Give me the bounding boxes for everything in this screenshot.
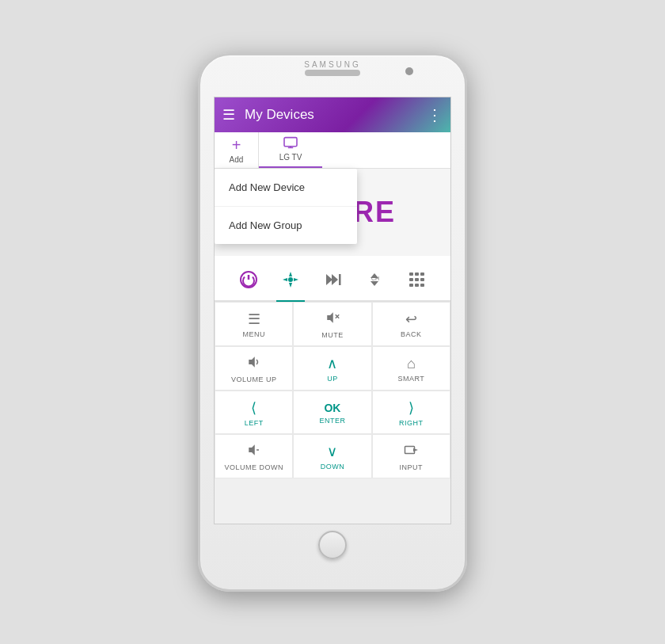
fastforward-button[interactable] bbox=[318, 265, 347, 294]
volume-up-label: VOLUME UP bbox=[231, 375, 277, 383]
smart-label: SMART bbox=[397, 375, 424, 383]
svg-marker-33 bbox=[249, 444, 255, 455]
left-label: LEFT bbox=[245, 419, 264, 427]
smart-button[interactable]: ⌂ SMART bbox=[372, 346, 450, 391]
right-label: RIGHT bbox=[399, 419, 424, 427]
dpad-button[interactable] bbox=[276, 265, 305, 294]
up-button[interactable]: ∧ UP bbox=[293, 346, 371, 391]
input-label: INPUT bbox=[400, 463, 424, 471]
phone-camera bbox=[405, 67, 413, 75]
back-label: BACK bbox=[401, 330, 422, 338]
menu-icon: ☰ bbox=[248, 311, 260, 328]
svg-rect-23 bbox=[409, 278, 413, 281]
svg-marker-9 bbox=[289, 272, 292, 276]
app-title: My Devices bbox=[245, 107, 427, 123]
svg-rect-20 bbox=[409, 272, 413, 276]
phone-screen: ☰ My Devices ⋮ + Add LG TV bbox=[214, 97, 451, 524]
add-tab-label: Add bbox=[230, 155, 244, 164]
volume-up-button[interactable]: VOLUME UP bbox=[215, 346, 293, 391]
phone-speaker bbox=[305, 70, 360, 76]
down-button[interactable]: ∨ DOWN bbox=[293, 434, 371, 478]
enter-button[interactable]: OK ENTER bbox=[293, 391, 371, 434]
right-button[interactable]: ⟩ RIGHT bbox=[372, 391, 450, 434]
svg-marker-29 bbox=[327, 312, 333, 323]
hamburger-menu-icon[interactable]: ☰ bbox=[222, 106, 235, 124]
mute-icon bbox=[325, 311, 340, 329]
svg-marker-18 bbox=[370, 281, 378, 286]
lgtv-tab-label: LG TV bbox=[279, 153, 302, 162]
add-new-device-item[interactable]: Add New Device bbox=[215, 169, 357, 207]
svg-rect-25 bbox=[420, 278, 424, 281]
svg-marker-12 bbox=[294, 278, 298, 281]
svg-point-13 bbox=[288, 277, 293, 282]
volume-up-icon bbox=[247, 355, 261, 373]
svg-marker-15 bbox=[332, 274, 338, 285]
add-new-group-item[interactable]: Add New Group bbox=[215, 207, 357, 244]
svg-marker-32 bbox=[249, 356, 255, 368]
channel-button[interactable]: CH bbox=[360, 265, 389, 294]
remote-button-grid: ☰ MENU MUTE ↩ BACK bbox=[215, 302, 450, 478]
svg-rect-26 bbox=[409, 284, 413, 287]
app-bar: ☰ My Devices ⋮ bbox=[215, 97, 450, 132]
back-icon: ↩ bbox=[405, 311, 417, 328]
smart-icon: ⌂ bbox=[407, 356, 416, 372]
svg-marker-11 bbox=[283, 278, 287, 281]
menu-label: MENU bbox=[242, 330, 265, 338]
remote-area: CH bbox=[215, 256, 450, 478]
mute-label: MUTE bbox=[321, 331, 344, 339]
up-icon: ∧ bbox=[327, 355, 337, 372]
add-icon: + bbox=[232, 136, 241, 154]
phone-top-bar: SAMSUNG bbox=[200, 55, 465, 97]
numpad-button[interactable] bbox=[402, 265, 431, 294]
down-icon: ∨ bbox=[327, 443, 337, 460]
input-button[interactable]: INPUT bbox=[372, 434, 450, 478]
home-button[interactable] bbox=[318, 531, 347, 559]
input-icon bbox=[404, 443, 418, 461]
enter-icon: OK bbox=[324, 402, 340, 414]
tab-bar: + Add LG TV bbox=[215, 132, 450, 169]
svg-rect-0 bbox=[284, 138, 297, 147]
svg-marker-14 bbox=[326, 274, 332, 285]
back-button[interactable]: ↩ BACK bbox=[372, 302, 450, 346]
svg-rect-35 bbox=[405, 446, 415, 453]
up-label: UP bbox=[327, 375, 338, 383]
svg-rect-28 bbox=[420, 284, 424, 287]
brand-label: SAMSUNG bbox=[304, 60, 361, 69]
remote-top-row: CH bbox=[215, 259, 450, 302]
tab-add[interactable]: + Add bbox=[215, 132, 259, 168]
svg-text:CH: CH bbox=[371, 276, 379, 281]
phone-device: SAMSUNG ☰ My Devices ⋮ + Add bbox=[198, 53, 467, 592]
svg-rect-27 bbox=[415, 284, 419, 287]
mute-button[interactable]: MUTE bbox=[293, 302, 371, 346]
phone-bottom-bar bbox=[200, 524, 465, 566]
svg-rect-21 bbox=[415, 272, 419, 276]
volume-down-label: VOLUME DOWN bbox=[224, 463, 283, 471]
svg-rect-16 bbox=[339, 274, 341, 285]
volume-down-button[interactable]: VOLUME DOWN bbox=[215, 434, 293, 478]
volume-down-icon bbox=[247, 443, 261, 461]
right-icon: ⟩ bbox=[408, 399, 414, 417]
menu-button[interactable]: ☰ MENU bbox=[215, 302, 293, 346]
svg-marker-10 bbox=[289, 283, 292, 288]
svg-rect-22 bbox=[420, 272, 424, 276]
enter-label: ENTER bbox=[319, 417, 345, 425]
left-button[interactable]: ⟨ LEFT bbox=[215, 391, 293, 434]
down-label: DOWN bbox=[321, 463, 345, 471]
svg-rect-24 bbox=[415, 278, 419, 281]
left-icon: ⟨ bbox=[251, 399, 256, 417]
power-button[interactable] bbox=[234, 265, 263, 294]
tab-lgtv[interactable]: LG TV bbox=[259, 132, 322, 168]
more-options-icon[interactable]: ⋮ bbox=[427, 105, 443, 124]
dropdown-menu: Add New Device Add New Group bbox=[215, 169, 357, 244]
tv-icon bbox=[283, 136, 298, 152]
